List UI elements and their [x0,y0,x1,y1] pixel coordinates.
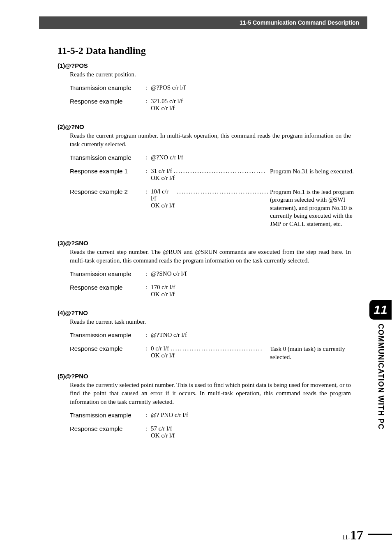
tx-value: @? PNO c/r l/f [151,412,351,419]
rx1-value: 31 c/r l/f .............................… [151,168,360,182]
rx-label: Response example [70,98,146,105]
note: Program No.31 is being executed. [270,168,360,176]
note: Program No.1 is the lead program (progra… [270,188,360,228]
rx-line: 57 c/r l/f [151,425,351,432]
header-title: 11-5 Communication Command Description [240,19,359,26]
side-tab: 11 COMMUNICATION WITH PC [369,300,392,430]
rx2-value: 10/l c/r l/f ...........................… [151,188,360,228]
subsection-sno: (3)@?SNO Reads the current step number. … [58,240,351,298]
tx-label: Transmission example [70,332,146,339]
colon: : [146,98,151,105]
sub-desc: Reads the current program number. In mul… [70,131,351,148]
chapter-title: COMMUNICATION WITH PC [376,324,385,430]
sub-num: (3) [58,240,65,246]
tx-label: Transmission example [70,412,146,419]
subsection-no: (2)@?NO Reads the current program number… [58,123,351,228]
subsection-pno: (5)@?PNO Reads the currently selected po… [58,373,351,439]
dots: ....................................... [175,188,270,195]
dots: ....................................... [172,168,270,175]
rx-line: 321.05 c/r l/f [151,98,351,105]
sub-desc: Reads the current step number. The @RUN … [70,248,351,265]
colon: : [146,168,151,175]
tx-value: @?TNO c/r l/f [151,332,351,339]
rx-line: 31 c/r l/f [151,168,172,175]
colon: : [146,188,151,195]
sub-cmd: @?TNO [65,309,88,316]
rx-label: Response example [70,284,146,291]
tx-value: @?POS c/r l/f [151,84,351,91]
sub-desc: Reads the current task number. [70,318,351,326]
sub-num: (1) [58,62,65,69]
rx-line: OK c/r l/f [151,202,270,209]
rx1-label: Response example 1 [70,168,146,175]
rx-line: 170 c/r l/f [151,284,351,291]
rx-line: 0 c/r l/f [151,345,169,352]
sub-cmd: @?POS [65,62,88,69]
rx-label: Response example [70,345,146,352]
colon: : [146,345,151,352]
header-bar: 11-5 Communication Command Description [39,16,367,29]
dots: ....................................... [169,345,270,352]
page-line [368,534,392,535]
page-content: 11-5-2 Data handling (1)@?POS Reads the … [58,45,351,451]
rx-label: Response example [70,425,146,432]
tx-value: @?SNO c/r l/f [151,270,351,277]
colon: : [146,332,151,339]
page-number: 11- 17 [342,527,363,543]
sub-desc: Reads the currently selected point numbe… [70,381,351,406]
tx-label: Transmission example [70,154,146,161]
tx-value: @?NO c/r l/f [151,154,351,161]
section-title: 11-5-2 Data handling [58,45,351,56]
colon: : [146,412,151,419]
tx-label: Transmission example [70,84,146,91]
rx-line: OK c/r l/f [151,291,351,298]
sub-num: (2) [58,123,65,130]
rx-value: 57 c/r l/f OK c/r l/f [151,425,351,439]
colon: : [146,425,151,432]
sub-cmd: @?NO [65,123,84,130]
note: Task 0 (main task) is currently selected… [270,345,360,361]
page-prefix: 11- [342,534,350,541]
rx-value: 170 c/r l/f OK c/r l/f [151,284,351,298]
sub-desc: Reads the current position. [70,70,351,78]
rx-line: OK c/r l/f [151,105,351,112]
tx-label: Transmission example [70,270,146,277]
rx-line: OK c/r l/f [151,352,270,359]
subsection-tno: (4)@?TNO Reads the current task number. … [58,309,351,361]
subsection-pos: (1)@?POS Reads the current position. Tra… [58,62,351,112]
page-main: 17 [350,527,363,543]
sub-num: (5) [58,373,65,380]
rx-line: OK c/r l/f [151,175,270,182]
colon: : [146,284,151,291]
rx2-label: Response example 2 [70,188,146,195]
colon: : [146,154,151,161]
rx-value: 321.05 c/r l/f OK c/r l/f [151,98,351,112]
rx-line: 10/l c/r l/f [151,188,175,202]
colon: : [146,270,151,277]
sub-cmd: @?SNO [65,240,88,246]
rx-line: OK c/r l/f [151,432,351,439]
sub-num: (4) [58,309,65,316]
colon: : [146,84,151,91]
chapter-tab: 11 [369,300,392,320]
sub-cmd: @?PNO [65,373,88,380]
rx-value: 0 c/r l/f ..............................… [151,345,360,361]
